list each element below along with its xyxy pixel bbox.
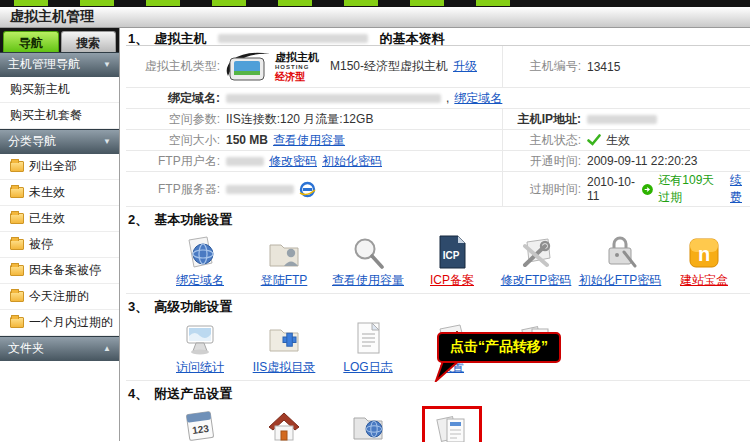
sidebar-item-label: 未生效 — [29, 184, 65, 201]
init-password-link[interactable]: 初始化密码 — [322, 153, 382, 170]
chevron-up-icon: ▲ — [103, 344, 111, 353]
expire-time-value: 2010-10-11 — [587, 175, 637, 203]
fn-view-usage[interactable]: 查看使用容量 — [326, 232, 410, 289]
fn-visit-stats[interactable]: 访问统计 — [158, 319, 242, 376]
fn-product-transfer[interactable]: 产品转移 — [410, 406, 494, 442]
fn-database-mgmt[interactable]: 数据库管理 — [326, 406, 410, 442]
renew-link[interactable]: 续费 — [730, 172, 750, 206]
section-basic-info-title: 1、虚拟主机 的基本资料 — [126, 28, 750, 46]
page-title: 虚拟主机管理 — [10, 8, 94, 26]
ftp-server-label: FTP服务器: — [126, 181, 226, 198]
sidebar-section-category-nav[interactable]: 分类导航 ▼ — [0, 129, 119, 154]
redacted-ip — [587, 115, 657, 124]
sidebar-item-active[interactable]: 已生效 — [0, 206, 119, 232]
callout-click-product-transfer: 点击“产品转移” — [437, 332, 561, 363]
tab-navigation[interactable]: 导航 — [3, 31, 59, 52]
space-params-label: 空间参数: — [126, 111, 226, 128]
row-ftp-user: FTP用户名: 修改密码 初始化密码 开通时间: 2009-09-11 22:2… — [126, 151, 750, 172]
sidebar-item-label: 已生效 — [29, 210, 65, 227]
folder-icon — [10, 213, 24, 224]
sidebar-item-buy-host-package[interactable]: 购买主机套餐 — [0, 103, 119, 129]
sidebar-item-label: 购买主机套餐 — [10, 107, 82, 124]
fn-iis-virtual-dir[interactable]: IIS虚拟目录 — [242, 319, 326, 376]
redacted-ftp-server — [226, 185, 294, 194]
fn-counter[interactable]: 123 计数器 — [158, 406, 242, 442]
sidebar-item-suspended-no-icp[interactable]: 因未备案被停 — [0, 258, 119, 284]
redacted-domain — [226, 94, 441, 103]
sidebar: 导航 搜索 主机管理导航 ▼ 购买新主机 购买主机套餐 分类导航 ▼ 列出全部 — [0, 28, 120, 441]
sidebar-item-list-all[interactable]: 列出全部 — [0, 154, 119, 180]
magnifier-icon — [326, 232, 410, 270]
section-basic-functions-title: 2、基本功能设置 — [126, 207, 750, 227]
sidebar-item-label: 被停 — [29, 236, 53, 253]
host-type-label: 虚拟主机类型: — [126, 58, 226, 75]
fn-bind-domain[interactable]: 绑定域名 — [158, 232, 242, 289]
fn-login-ftp[interactable]: 登陆FTP — [242, 232, 326, 289]
highlight-box: 产品转移 — [422, 406, 482, 442]
view-usage-link[interactable]: 查看使用容量 — [273, 132, 345, 149]
sidebar-item-label: 列出全部 — [29, 158, 77, 175]
top-nav-strip-right — [522, 0, 750, 7]
bind-domain-link[interactable]: 绑定域名 — [454, 90, 502, 107]
counter-123-icon: 123 — [158, 406, 242, 442]
green-arrow-icon — [642, 183, 653, 196]
chevron-down-icon: ▼ — [103, 137, 111, 146]
row-host-type: 虚拟主机类型: 虚拟主机 HOSTING — [126, 46, 750, 88]
space-size-label: 空间大小: — [126, 132, 226, 149]
status-label: 主机状态: — [503, 132, 587, 149]
folder-icon — [10, 317, 24, 328]
ie-icon[interactable] — [299, 181, 316, 198]
row-space-size: 空间大小: 150 MB 查看使用容量 主机状态: 生效 — [126, 130, 750, 151]
host-id-value: 13415 — [587, 60, 620, 74]
chevron-down-icon: ▼ — [103, 60, 111, 69]
nbox-icon: n — [662, 232, 746, 270]
space-size-value: 150 MB — [226, 133, 268, 147]
sidebar-section-folders[interactable]: 文件夹 ▲ — [0, 336, 119, 361]
log-document-icon — [326, 319, 410, 357]
tab-search[interactable]: 搜索 — [61, 31, 117, 52]
redacted-host-name — [218, 34, 368, 43]
top-nav-strip — [0, 0, 750, 7]
folder-globe-icon — [326, 406, 410, 442]
status-value: 生效 — [606, 132, 630, 149]
sidebar-item-not-active[interactable]: 未生效 — [0, 180, 119, 206]
upgrade-link[interactable]: 升级 — [453, 58, 477, 75]
domain-label: 绑定域名: — [126, 90, 226, 107]
sidebar-item-label: 因未备案被停 — [29, 262, 101, 279]
ip-label: 主机IP地址: — [503, 111, 587, 128]
fn-log-files[interactable]: LOG日志 — [326, 319, 410, 376]
row-space-params: 空间参数: IIS连接数:120 月流量:12GB 主机IP地址: — [126, 109, 750, 130]
sidebar-item-expiring-in-month[interactable]: 一个月内过期的 — [0, 310, 119, 336]
fn-change-ftp-password[interactable]: 修改FTP密码 — [494, 232, 578, 289]
change-password-link[interactable]: 修改密码 — [269, 153, 317, 170]
icp-document-icon: ICP — [410, 232, 494, 270]
sidebar-item-suspended[interactable]: 被停 — [0, 232, 119, 258]
monitor-stats-icon — [158, 319, 242, 357]
section-advanced-functions-title: 3、高级功能设置 — [126, 294, 750, 314]
tools-icon — [494, 232, 578, 270]
folder-icon — [10, 291, 24, 302]
sidebar-section-host-management[interactable]: 主机管理导航 ▼ — [0, 52, 119, 77]
expire-remaining: 还有109天过期 — [658, 172, 725, 206]
redacted-ftp-user — [226, 157, 264, 166]
transfer-documents-icon — [428, 410, 476, 442]
sidebar-item-label: 一个月内过期的 — [29, 314, 113, 331]
sidebar-item-registered-today[interactable]: 今天注册的 — [0, 284, 119, 310]
sidebar-item-label: 购买新主机 — [10, 81, 70, 98]
bind-domain-icon — [158, 232, 242, 270]
sidebar-section-title: 分类导航 — [8, 133, 56, 150]
space-params-value: IIS连接数:120 月流量:12GB — [226, 111, 373, 128]
folder-icon — [10, 265, 24, 276]
host-type-value: M150-经济型虚拟主机 — [330, 58, 448, 75]
fn-enterprise-mail[interactable]: 企业邮局管理 — [242, 406, 326, 442]
title-bar: 虚拟主机管理 — [0, 7, 750, 28]
sidebar-item-buy-new-host[interactable]: 购买新主机 — [0, 77, 119, 103]
bonus-products-row: 123 计数器 企业邮局管理 — [126, 401, 750, 442]
folder-icon — [10, 161, 24, 172]
sidebar-section-title: 主机管理导航 — [8, 56, 80, 73]
fn-init-ftp-password[interactable]: 初始化FTP密码 — [578, 232, 662, 289]
fn-site-builder-box[interactable]: n 建站宝盒 — [662, 232, 746, 289]
fn-icp-record[interactable]: ICP ICP备案 — [410, 232, 494, 289]
green-check-icon — [587, 134, 601, 146]
open-time-label: 开通时间: — [503, 153, 587, 170]
